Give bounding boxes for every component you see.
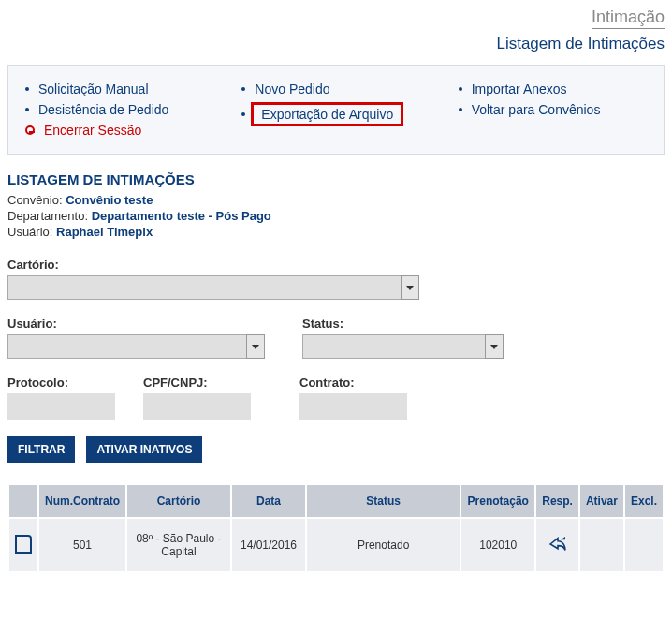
cell-prenotacao: 102010 [461, 519, 534, 571]
cpfcnpj-input[interactable] [143, 393, 251, 420]
exit-icon [25, 125, 35, 135]
nav-panel: Solicitação Manual Desistência de Pedido… [7, 65, 665, 155]
th-numcontrato: Num.Contrato [39, 485, 125, 517]
th-excl: Excl. [625, 485, 663, 517]
info-value: Convênio teste [66, 193, 153, 207]
info-convenio: Convênio: Convênio teste [7, 193, 665, 207]
page-title: Intimação [592, 7, 665, 29]
info-label: Departamento: [7, 209, 88, 223]
nav-importar-anexos[interactable]: Importar Anexos [459, 79, 647, 99]
nav-link-label: Novo Pedido [255, 81, 329, 96]
usuario-select[interactable] [7, 334, 265, 359]
info-label: Convênio: [7, 193, 63, 207]
cartorio-label: Cartório: [7, 258, 419, 272]
info-value: Departamento teste - Pós Pago [92, 209, 271, 223]
cell-data: 14/01/2016 [232, 519, 305, 571]
bullet-icon [241, 112, 245, 116]
th-resp: Resp. [536, 485, 578, 517]
bullet-icon [459, 87, 462, 91]
section-title: LISTAGEM DE INTIMAÇÕES [7, 171, 665, 187]
nav-exportacao-arquivo[interactable]: Exportação de Arquivo [241, 99, 430, 129]
nav-link-label: Importar Anexos [472, 81, 567, 96]
cartorio-select[interactable] [7, 275, 419, 300]
cell-excl [625, 519, 663, 571]
cell-status: Prenotado [307, 519, 460, 571]
page-subtitle: Listagem de Intimações [7, 35, 665, 53]
cpfcnpj-label: CPF/CNPJ: [143, 376, 251, 390]
table-row: 501 08º - São Paulo - Capital 14/01/2016… [9, 519, 663, 571]
nav-link-label: Voltar para Convênios [472, 102, 601, 117]
reply-icon[interactable] [548, 541, 567, 554]
status-select[interactable] [302, 334, 504, 359]
cell-cartorio: 08º - São Paulo - Capital [127, 519, 230, 571]
th-data: Data [232, 485, 305, 517]
cell-ativar [580, 519, 623, 571]
chevron-down-icon [401, 275, 419, 300]
nav-encerrar-sessao[interactable]: Encerrar Sessão [25, 120, 213, 140]
nav-novo-pedido[interactable]: Novo Pedido [241, 79, 430, 99]
ativar-inativos-button[interactable]: ATIVAR INATIVOS [86, 436, 202, 463]
contrato-label: Contrato: [299, 376, 407, 390]
th-ativar: Ativar [580, 485, 623, 517]
bullet-icon [459, 108, 462, 111]
th-status: Status [307, 485, 460, 517]
th-cartorio: Cartório [127, 485, 230, 517]
protocolo-input[interactable] [7, 393, 115, 420]
bullet-icon [25, 87, 29, 91]
results-table: Num.Contrato Cartório Data Status Prenot… [7, 483, 665, 573]
nav-link-label: Encerrar Sessão [44, 123, 141, 138]
filtrar-button[interactable]: FILTRAR [7, 436, 75, 463]
protocolo-label: Protocolo: [7, 376, 115, 390]
info-value: Raphael Timepix [56, 225, 153, 239]
usuario-label: Usuário: [7, 317, 265, 331]
th-prenotacao: Prenotação [461, 485, 534, 517]
info-label: Usuário: [7, 225, 52, 239]
document-icon[interactable] [15, 535, 32, 554]
nav-link-label: Solicitação Manual [38, 81, 149, 96]
nav-link-label: Desistência de Pedido [38, 102, 168, 117]
info-usuario: Usuário: Raphael Timepix [7, 225, 665, 239]
nav-voltar-convenios[interactable]: Voltar para Convênios [459, 99, 647, 120]
cell-numcontrato: 501 [39, 519, 125, 571]
chevron-down-icon [485, 334, 504, 359]
status-label: Status: [302, 317, 504, 331]
th-blank [9, 485, 37, 517]
bullet-icon [25, 108, 29, 111]
info-departamento: Departamento: Departamento teste - Pós P… [7, 209, 665, 223]
bullet-icon [241, 87, 245, 91]
nav-desistencia-pedido[interactable]: Desistência de Pedido [25, 99, 213, 120]
contrato-input[interactable] [299, 393, 407, 420]
nav-link-label: Exportação de Arquivo [251, 102, 403, 126]
nav-solicitacao-manual[interactable]: Solicitação Manual [25, 79, 213, 99]
chevron-down-icon [246, 334, 265, 359]
